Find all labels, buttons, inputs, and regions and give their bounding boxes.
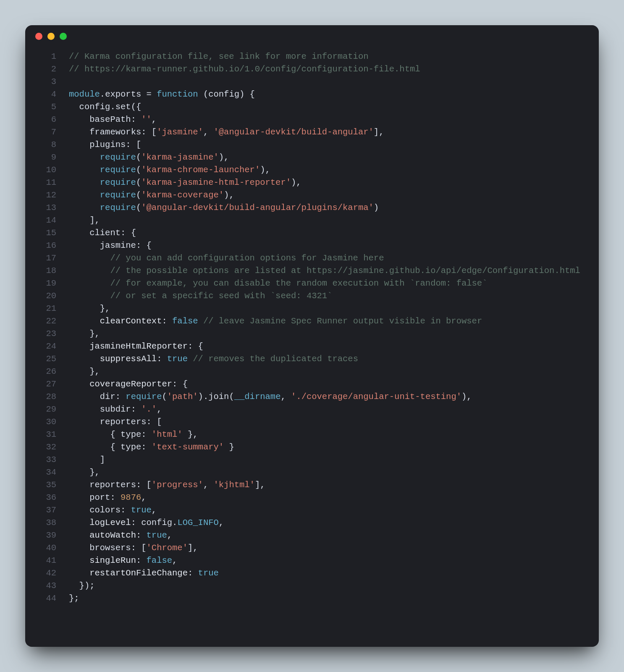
code-line[interactable] [69, 76, 580, 88]
code-line[interactable]: clearContext: false // leave Jasmine Spe… [69, 315, 580, 328]
code-line[interactable]: require('karma-coverage'), [69, 189, 580, 202]
line-number: 34 [25, 466, 56, 479]
line-number: 36 [25, 491, 56, 504]
line-number: 17 [25, 252, 56, 265]
code-line[interactable]: logLevel: config.LOG_INFO, [69, 517, 580, 529]
code-line[interactable]: }, [69, 466, 580, 479]
line-number: 39 [25, 529, 56, 542]
line-number: 2 [25, 63, 56, 76]
code-line[interactable]: singleRun: false, [69, 554, 580, 567]
line-number: 13 [25, 202, 56, 214]
code-line[interactable]: jasmine: { [69, 239, 580, 252]
line-number: 4 [25, 88, 56, 101]
line-number: 14 [25, 214, 56, 227]
code-area[interactable]: // Karma configuration file, see link fo… [67, 50, 580, 638]
code-line[interactable]: // you can add configuration options for… [69, 252, 580, 265]
line-number: 37 [25, 504, 56, 517]
code-line[interactable]: config.set({ [69, 101, 580, 113]
code-line[interactable]: }, [69, 365, 580, 378]
code-line[interactable]: plugins: [ [69, 139, 580, 151]
code-line[interactable]: basePath: '', [69, 113, 580, 126]
code-line[interactable]: // Karma configuration file, see link fo… [69, 50, 580, 63]
line-number: 15 [25, 227, 56, 239]
line-number: 6 [25, 113, 56, 126]
line-number: 23 [25, 328, 56, 340]
line-number: 38 [25, 517, 56, 529]
line-number: 20 [25, 290, 56, 302]
code-line[interactable]: suppressAll: true // removes the duplica… [69, 353, 580, 365]
line-number: 31 [25, 428, 56, 441]
line-number: 21 [25, 302, 56, 315]
line-number: 26 [25, 365, 56, 378]
code-line[interactable]: colors: true, [69, 504, 580, 517]
code-line[interactable]: }, [69, 328, 580, 340]
line-number: 7 [25, 126, 56, 139]
code-line[interactable]: reporters: [ [69, 416, 580, 428]
code-line[interactable]: reporters: ['progress', 'kjhtml'], [69, 479, 580, 491]
code-editor[interactable]: 1234567891011121314151617181920212223242… [25, 50, 599, 638]
line-number: 40 [25, 542, 56, 554]
line-number: 8 [25, 139, 56, 151]
line-number: 33 [25, 454, 56, 466]
line-number: 41 [25, 554, 56, 567]
code-line[interactable]: // or set a specific seed with `seed: 43… [69, 290, 580, 302]
line-number: 28 [25, 391, 56, 403]
line-number: 11 [25, 176, 56, 189]
code-line[interactable]: client: { [69, 227, 580, 239]
line-number: 16 [25, 239, 56, 252]
code-line[interactable]: // https://karma-runner.github.io/1.0/co… [69, 63, 580, 76]
line-number: 32 [25, 441, 56, 454]
line-number: 25 [25, 353, 56, 365]
code-line[interactable]: restartOnFileChange: true [69, 567, 580, 580]
code-line[interactable]: coverageReporter: { [69, 378, 580, 391]
line-number: 9 [25, 151, 56, 164]
line-number: 1 [25, 50, 56, 63]
code-line[interactable]: browsers: ['Chrome'], [69, 542, 580, 554]
code-line[interactable]: }, [69, 302, 580, 315]
code-line[interactable]: }; [69, 592, 580, 605]
line-number: 12 [25, 189, 56, 202]
code-line[interactable]: jasmineHtmlReporter: { [69, 340, 580, 353]
line-number: 35 [25, 479, 56, 491]
line-number: 27 [25, 378, 56, 391]
close-icon[interactable] [35, 33, 42, 40]
code-line[interactable]: require('karma-chrome-launcher'), [69, 164, 580, 176]
line-number: 29 [25, 403, 56, 416]
code-line[interactable]: ] [69, 454, 580, 466]
titlebar [25, 25, 599, 47]
line-number: 5 [25, 101, 56, 113]
minimize-icon[interactable] [47, 33, 55, 40]
line-number: 3 [25, 76, 56, 88]
code-line[interactable]: { type: 'text-summary' } [69, 441, 580, 454]
line-number-gutter: 1234567891011121314151617181920212223242… [25, 50, 67, 638]
code-line[interactable]: dir: require('path').join(__dirname, './… [69, 391, 580, 403]
line-number: 44 [25, 592, 56, 605]
code-line[interactable]: frameworks: ['jasmine', '@angular-devkit… [69, 126, 580, 139]
code-line[interactable]: require('karma-jasmine'), [69, 151, 580, 164]
code-line[interactable]: module.exports = function (config) { [69, 88, 580, 101]
line-number: 24 [25, 340, 56, 353]
code-line[interactable]: port: 9876, [69, 491, 580, 504]
zoom-icon[interactable] [60, 33, 67, 40]
line-number: 30 [25, 416, 56, 428]
line-number: 43 [25, 580, 56, 592]
line-number: 42 [25, 567, 56, 580]
code-line[interactable]: { type: 'html' }, [69, 428, 580, 441]
line-number: 22 [25, 315, 56, 328]
code-line[interactable]: }); [69, 580, 580, 592]
editor-window: 1234567891011121314151617181920212223242… [25, 25, 599, 647]
code-line[interactable]: // the possible options are listed at ht… [69, 265, 580, 277]
line-number: 10 [25, 164, 56, 176]
line-number: 18 [25, 265, 56, 277]
code-line[interactable]: require('karma-jasmine-html-reporter'), [69, 176, 580, 189]
code-line[interactable]: // for example, you can disable the rand… [69, 277, 580, 290]
line-number: 19 [25, 277, 56, 290]
code-line[interactable]: subdir: '.', [69, 403, 580, 416]
code-line[interactable]: autoWatch: true, [69, 529, 580, 542]
code-line[interactable]: require('@angular-devkit/build-angular/p… [69, 202, 580, 214]
code-line[interactable]: ], [69, 214, 580, 227]
